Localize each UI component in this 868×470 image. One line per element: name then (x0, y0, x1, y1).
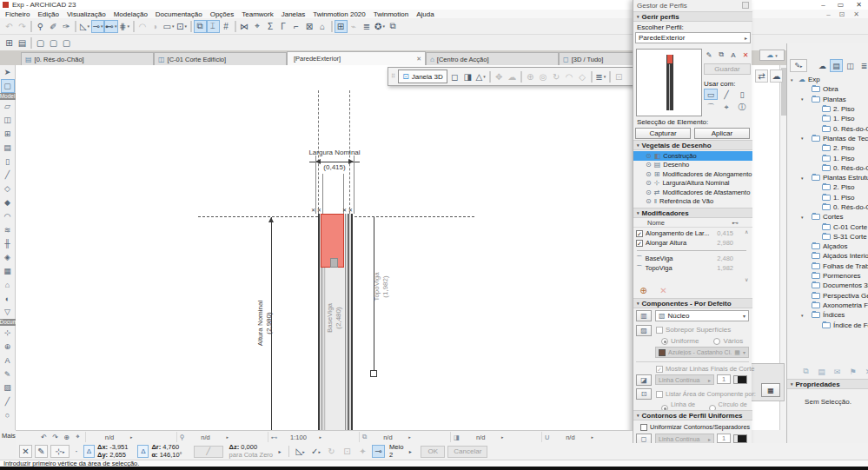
mirror-icon[interactable]: ⋈ ▾ (238, 20, 251, 33)
quick-option-field[interactable]: ◨ n/d ▸ (450, 432, 541, 442)
snap-options-icon[interactable]: ▸ (406, 445, 414, 458)
z-coordinate[interactable]: Δz: 0,000 para Cota Zero (229, 444, 273, 459)
section-propriedades[interactable]: ▾Propriedades (787, 379, 868, 389)
xy-coordinates[interactable]: Δx: -3,951 Δy: 2,655 (97, 444, 128, 459)
railing-tool-icon[interactable]: ╫ (1, 237, 15, 251)
navigator-tree-item[interactable]: 1. Piso (789, 153, 868, 162)
component-skin-button[interactable]: ▥ (636, 310, 652, 321)
text-size-icon[interactable]: A (728, 50, 739, 60)
section-modificadores[interactable]: ▾Modificadores (633, 208, 752, 218)
project-map-icon[interactable]: ☁ (816, 59, 829, 72)
navigator-tree-item[interactable]: 1. Piso (789, 193, 868, 202)
tree-caret-icon[interactable]: ▾ (801, 215, 806, 220)
sum-icon[interactable]: Σ ▾ (264, 20, 277, 33)
quick-option-field[interactable]: ⚲ n/d ▸ (176, 432, 268, 442)
guide-lines-icon[interactable]: ◺ ▾ (78, 20, 91, 33)
cut-line-button[interactable]: ◪ (636, 374, 652, 386)
info-icon[interactable]: ⓘ (735, 102, 749, 113)
line-tool-icon[interactable]: ╱ (1, 394, 15, 408)
palette-button[interactable]: ▦ (761, 383, 780, 397)
clone-folder-icon[interactable]: ⧉ (799, 365, 812, 378)
undo-icon[interactable]: ↶ ▾ (3, 20, 16, 33)
surface-override-button[interactable]: ▨ (636, 325, 652, 336)
arrow-tool-icon[interactable]: ➤ (1, 65, 15, 79)
uniformizar-checkbox[interactable] (640, 424, 647, 431)
navigator-tree-item[interactable]: Perspectiva Genérica (789, 291, 868, 301)
slab-tool-icon[interactable]: ◇ (1, 182, 15, 195)
nucleo-select[interactable]: ▧ Núcleo ▾ (655, 310, 749, 321)
edit-profile-icon[interactable]: ✎ (704, 50, 714, 60)
zoom-search-icon[interactable]: ⌖ (72, 432, 83, 442)
design-layer-row[interactable]: ✓ ⊙ ⊞ Modificadores de Alongamento (633, 169, 752, 179)
panel-menu-button[interactable] (742, 2, 749, 9)
doc-restore-button[interactable]: ⊡ (839, 10, 845, 18)
design-layer-row[interactable]: ✓ ⊙ ▤ Desenho (633, 161, 752, 170)
dimension-handle[interactable] (370, 370, 377, 377)
doc-minimize-button[interactable]: – (826, 10, 830, 18)
navigator-tree-item[interactable]: ▾ Plantas Estruturais (789, 173, 868, 182)
cut-line-select[interactable]: Linha Contínua ▸ (655, 374, 714, 385)
walk-icon[interactable]: ↻ ▾ (550, 70, 563, 83)
back-icon[interactable]: ↶ (38, 432, 50, 442)
multiply-icon[interactable]: ⊠ ▾ (303, 20, 316, 33)
snap-mode-value[interactable]: Meio 2 (389, 444, 403, 459)
cancel-input-icon[interactable]: ✕ (19, 445, 32, 458)
design-layer-row[interactable]: ✓ ⊙ ⇄ Modificadores de Afastamento (633, 188, 752, 197)
snap-points-icon[interactable]: ⊷ ▾ (104, 20, 118, 33)
stair-tool-icon[interactable]: ≋ (1, 223, 15, 237)
grid-icon[interactable]: # ▾ (220, 20, 233, 33)
circle-tool-icon[interactable]: ○ (1, 408, 15, 422)
close-button[interactable]: ✕ (856, 1, 862, 9)
box-input-icon[interactable]: ⊡ (341, 445, 354, 458)
cancel-button[interactable]: Cancelar (447, 446, 487, 458)
quick-option-field[interactable]: ⊷ 1:100 ▸ (268, 432, 359, 442)
tree-caret-icon[interactable]: ▾ (791, 77, 796, 83)
text-tool-icon[interactable]: A (1, 354, 15, 367)
eye-icon[interactable]: ⊙ (646, 189, 652, 196)
material-select[interactable]: Azulejos - Castanho Cl... ▦ ▾ (655, 347, 749, 358)
search-icon[interactable]: ⌖ ▾ (251, 20, 264, 33)
tab-centro-accao[interactable]: ⌂ [Centro de Acção] (426, 52, 559, 65)
tab-corte-edificio[interactable]: ◫ [C-01 Corte Edifício] (154, 52, 287, 65)
pen-color-swatch[interactable] (733, 375, 747, 384)
modifier-row[interactable]: ✓ Alongar Altura 2,980 (633, 238, 746, 248)
aplicar-button[interactable]: Aplicar (694, 128, 750, 139)
wall-tool-icon[interactable]: ▱ (1, 100, 15, 114)
navigator-tree-item[interactable]: ▾ Cortes (789, 212, 868, 222)
scroll-down-icon[interactable]: ∨ (745, 276, 748, 282)
rotate-icon[interactable]: Γ ▾ (277, 20, 290, 33)
look-around-icon[interactable]: ◎ ▾ (537, 70, 550, 83)
add-modifier-icon[interactable]: ⊕ (637, 284, 650, 297)
beam-use-icon[interactable]: ╱ (719, 89, 733, 100)
viga-row[interactable]: ⌒ TopoViga 1,982 (633, 263, 746, 273)
mostrar-linhas-checkbox[interactable]: ✓ (656, 366, 663, 373)
marquee-tool-icon[interactable]: ▢ (1, 79, 15, 93)
contour-pen-number[interactable]: 1 (717, 434, 731, 443)
curtain-wall-tool-icon[interactable]: ▤ (1, 141, 15, 155)
navigator-tree-item[interactable]: Alçados Interiores (789, 251, 868, 261)
tree-caret-icon[interactable]: ▾ (801, 313, 806, 318)
menu-item[interactable]: Twinmotion 2020 (313, 10, 365, 18)
profile-select[interactable]: ParedeExterior ▸ (635, 32, 751, 43)
organizer-icon[interactable]: ▤ (16, 36, 29, 50)
split-icon[interactable]: ◗ ▾ (149, 20, 162, 33)
virtual-trace-icon[interactable]: ≣ ▾ (361, 20, 374, 33)
menu-item[interactable]: Edição (37, 10, 58, 18)
menu-item[interactable]: Janelas (282, 10, 306, 18)
pen-input-icon[interactable]: ✎ (35, 445, 48, 458)
sobrepor-checkbox[interactable] (656, 327, 663, 334)
menu-item[interactable]: Modelação (114, 10, 148, 18)
column-use-icon[interactable]: ▯ (735, 89, 749, 100)
wall-use-icon[interactable]: ▭ (704, 89, 718, 100)
send-receive-icon[interactable]: ⇄ (755, 70, 768, 83)
suspend-groups-icon[interactable]: ⚲ ▾ (34, 20, 47, 33)
fit-in-window-icon[interactable]: ⊡ ▾ (613, 70, 626, 83)
offset-icon[interactable]: ⌐ ▾ (290, 20, 303, 33)
delete-view-icon[interactable]: ✕ (862, 365, 868, 378)
capturar-button[interactable]: Capturar (635, 128, 691, 139)
section-contornos[interactable]: ▾Contornos de Perfil Uniformes (633, 410, 752, 420)
mesh-tool-icon[interactable]: ▦ (1, 264, 15, 278)
layout-book-icon[interactable]: ◫ (844, 59, 857, 72)
shell-tool-icon[interactable]: ◠ (1, 209, 15, 223)
navigator-tree-item[interactable]: 2. Piso (789, 182, 868, 192)
